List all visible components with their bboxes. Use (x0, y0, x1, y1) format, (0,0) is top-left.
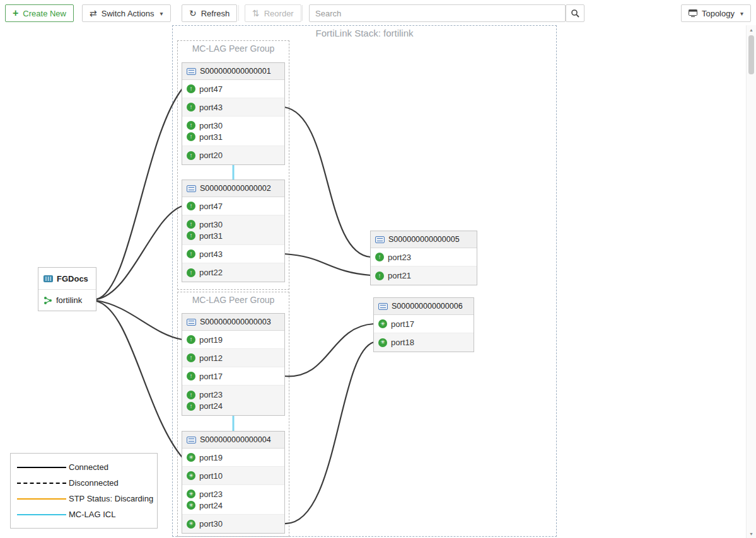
legend-item-connected: Connected (17, 459, 151, 475)
port-up-icon: ↑ (187, 335, 195, 344)
refresh-button[interactable]: ↻ Refresh (182, 4, 237, 22)
refresh-label: Refresh (201, 9, 230, 18)
port-lag-icon: ✳ (187, 501, 195, 510)
port-up-icon: ↑ (187, 84, 195, 93)
port-up-icon: ↑ (375, 253, 384, 261)
scroll-up-arrow-icon[interactable]: ▲ (747, 25, 756, 34)
port-up-icon: ↑ (187, 249, 195, 258)
port-label: port12 (199, 353, 223, 363)
port-row[interactable]: ↑ port47 (182, 80, 284, 98)
port-label: port47 (199, 202, 223, 211)
port-row[interactable]: ↑ port17 (182, 367, 284, 386)
chevron-down-icon: ▾ (740, 10, 743, 17)
port-lag-icon: ✳ (187, 489, 195, 498)
fortilink-row[interactable]: fortilink (38, 289, 96, 311)
port-row[interactable]: ✳ port30 (182, 515, 284, 533)
mclag-peer-group-1-title: MC-LAG Peer Group (177, 43, 289, 54)
port-lag-icon: ✳ (378, 319, 387, 328)
scrollbar-thumb[interactable] (748, 35, 754, 74)
port-row[interactable]: ↑ port43 (182, 98, 284, 117)
switch-name: S000000000000003 (200, 318, 271, 326)
port-up-icon: ↑ (187, 220, 195, 229)
switch-6-header[interactable]: S000000000000006 (374, 298, 474, 315)
legend-label: Disconnected (69, 478, 119, 488)
switch-actions-icon: ⇄ (90, 9, 97, 18)
port-up-icon: ↑ (187, 121, 195, 130)
create-new-label: Create New (23, 9, 66, 18)
switch-4-header[interactable]: S000000000000004 (182, 432, 284, 449)
port-label: port21 (388, 271, 411, 280)
port-row[interactable]: ✳ port18 (374, 333, 474, 352)
port-row[interactable]: ✳ port17 (374, 315, 474, 333)
switch-box-5: S000000000000005 ↑ port23 ↑ port21 (370, 231, 477, 285)
topology-dropdown-button[interactable]: Topology ▾ (681, 4, 751, 22)
port-row-lag[interactable]: ↑port23 ↑port24 (182, 386, 284, 415)
port-lag-icon: ✳ (187, 520, 195, 529)
port-row[interactable]: ↑ port47 (182, 197, 284, 215)
legend-item-mclag-icl: MC-LAG ICL (17, 507, 151, 522)
switch-actions-button[interactable]: ⇄ Switch Actions ▾ (82, 4, 171, 22)
port-label: port31 (199, 231, 223, 241)
switch-3-header[interactable]: S000000000000003 (182, 314, 284, 331)
port-row-lag[interactable]: ↑port30 ↑port31 (182, 215, 284, 245)
search-icon (571, 9, 579, 18)
switch-name: S000000000000002 (200, 184, 271, 193)
switch-icon (187, 185, 196, 192)
port-label: port30 (199, 121, 223, 130)
port-label: port22 (199, 268, 223, 277)
toolbar-separator (302, 5, 303, 21)
port-row[interactable]: ↑ port43 (182, 245, 284, 263)
scroll-down-arrow-icon[interactable]: ▼ (747, 529, 756, 538)
switch-1-header[interactable]: S000000000000001 (182, 63, 284, 80)
port-row[interactable]: ↑ port22 (182, 263, 284, 282)
port-row[interactable]: ↑ port20 (182, 146, 284, 164)
port-row[interactable]: ↑ port23 (371, 248, 477, 266)
port-up-icon: ↑ (187, 391, 195, 399)
port-up-icon: ↑ (187, 202, 195, 210)
switch-name: S000000000000006 (392, 302, 463, 311)
legend-label: STP Status: Discarding (69, 494, 153, 503)
legend: Connected Disconnected STP Status: Disca… (10, 453, 158, 529)
port-row-lag[interactable]: ✳port23 ✳port24 (182, 485, 284, 515)
port-up-icon: ↑ (187, 372, 195, 381)
port-row-lag[interactable]: ↑port30 ↑port31 (182, 117, 284, 146)
fortigate-box: FGDocs fortilink (38, 267, 96, 311)
search-input[interactable] (309, 4, 566, 22)
port-label: port18 (391, 338, 414, 347)
topology-label: Topology (702, 9, 735, 18)
port-label: port30 (199, 220, 223, 229)
port-label: port23 (388, 253, 411, 262)
switch-box-1: S000000000000001 ↑ port47 ↑ port43 ↑port… (182, 62, 285, 165)
search-button[interactable] (566, 4, 584, 22)
port-row[interactable]: ↑ port19 (182, 331, 284, 349)
fortigate-icon (44, 275, 53, 282)
create-new-button[interactable]: + Create New (5, 4, 74, 22)
legend-label: MC-LAG ICL (69, 510, 115, 519)
topology-canvas: FortiLink Stack: fortilink MC-LAG Peer G… (0, 0, 756, 538)
switch-box-4: S000000000000004 ✳ port19 ✳ port10 ✳port… (182, 431, 285, 534)
fortigate-row[interactable]: FGDocs (38, 268, 96, 289)
port-row[interactable]: ↑ port21 (371, 266, 477, 285)
mclag-peer-group-2-title: MC-LAG Peer Group (177, 295, 289, 305)
wire-fortilink-switch3 (96, 300, 182, 340)
switch-5-header[interactable]: S000000000000005 (371, 231, 477, 248)
chevron-down-icon: ▾ (160, 10, 163, 17)
reorder-button[interactable]: ⇅ Reorder (245, 4, 301, 22)
fortigate-name: FGDocs (57, 274, 88, 283)
switch-name: S000000000000004 (200, 435, 271, 444)
legend-line-disconnected (17, 483, 66, 484)
port-row[interactable]: ↑ port12 (182, 349, 284, 367)
switch-2-header[interactable]: S000000000000002 (182, 180, 284, 197)
legend-line-mclag-icl (17, 514, 66, 515)
refresh-icon: ↻ (189, 9, 197, 18)
port-label: port31 (199, 132, 223, 142)
plus-icon: + (13, 8, 18, 18)
fortilink-stack-title: FortiLink Stack: fortilink (172, 28, 557, 38)
vertical-scrollbar[interactable]: ▲ ▼ (746, 25, 756, 538)
port-label: port10 (199, 471, 223, 481)
fortilink-icon (44, 296, 52, 305)
port-label: port30 (199, 519, 223, 529)
port-row[interactable]: ✳ port19 (182, 449, 284, 467)
port-row[interactable]: ✳ port10 (182, 467, 284, 485)
legend-line-connected (17, 467, 66, 468)
